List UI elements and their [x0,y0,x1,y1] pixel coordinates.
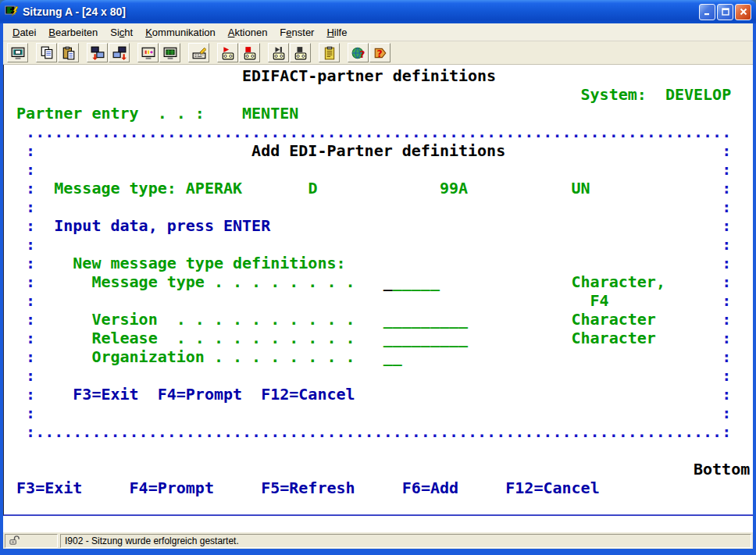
toolbar-clipboard-pad-button[interactable] [319,43,340,62]
terminal-text: Version . . . . . . . . . . [91,310,355,329]
terminal-text: : [26,310,35,329]
window-title: Sitzung A - [24 x 80] [23,5,699,18]
terminal-text: : [26,329,35,347]
terminal-text: Message type . . . . . . . . [91,272,355,291]
terminal-row: : New message type definitions: : [7,254,753,272]
terminal-text: : [26,160,35,179]
web-help-icon [351,46,366,60]
receive-file-icon [112,46,127,60]
macro-record-icon [221,46,235,60]
titlebar[interactable]: Sitzung A - [24 x 80] [0,0,756,23]
terminal-text: : [26,291,35,310]
maximize-icon [721,7,730,16]
toolbar [3,41,753,65]
terminal-text: : [722,235,731,254]
macro-play-icon [272,46,286,60]
terminal-row: : : [7,404,753,422]
terminal-input-field[interactable]: _________ [383,329,468,347]
client-gap [3,516,753,532]
terminal-row: : : [7,366,753,385]
terminal-text: : [26,197,35,216]
terminal-row: : Input data, press ENTER : [7,216,753,235]
minimize-button[interactable] [699,4,715,20]
toolbar-keyboard-remap-button[interactable] [188,43,209,62]
terminal-text: Organization . . . . . . . . [91,347,355,366]
terminal-text: New message type definitions: [73,254,345,272]
terminal-row: : Version . . . . . . . . . . _________ … [7,310,753,329]
toolbar-help-index-button[interactable] [369,43,390,62]
terminal-text: : [26,235,35,254]
terminal-row: : : [7,235,753,254]
terminal-text: ........................................… [35,422,722,441]
terminal-cursor[interactable]: _ [383,272,393,291]
terminal-row: Bottom [7,460,753,479]
toolbar-macro-stop-button[interactable] [290,43,311,62]
terminal-text: DEVELOP [665,85,731,104]
toolbar-display-grid-button[interactable] [159,43,180,62]
terminal-text: : [722,385,731,404]
toolbar-macro-play-button[interactable] [268,43,289,62]
terminal-row: : F3=Exit F4=Prompt F12=Cancel : [7,385,753,404]
macro-stop-icon [294,46,308,60]
terminal-text: : [722,160,731,179]
terminal-text: F3=Exit [16,479,82,497]
toolbar-macro-record-button[interactable] [217,43,238,62]
toolbar-copy-button[interactable] [36,43,57,62]
close-button[interactable] [735,4,751,20]
macro-record-stop-icon [243,46,257,60]
terminal-text: : [26,141,35,160]
menu-item-fenster[interactable]: Fenster [273,24,320,41]
terminal-input-field[interactable]: __ [383,347,402,366]
unlock-icon [9,535,20,546]
terminal-text: D [308,179,317,197]
terminal-text: F4=Prompt [130,479,214,497]
clipboard-pad-icon [323,46,337,60]
terminal-text: F5=Refresh [261,479,355,497]
terminal-text: : [26,404,35,422]
menu-item-kommunikation[interactable]: Kommunikation [139,24,222,41]
menu-item-bearbeiten[interactable]: Bearbeiten [42,24,104,41]
terminal-text: EDIFACT-partner definitions [242,66,496,85]
terminal-text: : [26,385,35,404]
connection-status-cell [5,534,58,548]
window-controls [699,4,751,20]
menu-item-hilfe[interactable]: Hilfe [320,24,353,41]
terminal-row: : Message type . . . . . . . . ______ Ch… [7,272,753,291]
terminal-text: : [722,141,731,160]
paste-icon [62,46,76,60]
display-grid-icon [163,46,177,60]
terminal-text: UN [572,179,590,197]
terminal-row [7,441,753,460]
terminal-text: ........................................… [26,123,731,141]
terminal-row: : Add EDI-Partner definitions : [7,141,753,160]
terminal-text: F12=Cancel [505,479,599,497]
toolbar-display-setup-button[interactable] [137,43,159,62]
toolbar-macro-record-stop-button[interactable] [239,43,260,62]
toolbar-paste-button[interactable] [58,43,79,62]
terminal-screen[interactable]: EDIFACT-partner definitions System: DEVE… [3,65,753,516]
terminal-text: APERAK [186,179,242,197]
terminal-text: Character [572,329,656,347]
terminal-text: : [26,216,35,235]
toolbar-receive-file-button[interactable] [109,43,130,62]
terminal-text: Character [572,310,656,329]
terminal-text: Character, [572,272,665,291]
terminal-text: : [26,179,35,197]
toolbar-web-help-button[interactable] [348,43,369,62]
terminal-row: : : [7,160,753,179]
minimize-icon [703,7,712,16]
terminal-row: EDIFACT-partner definitions [7,66,753,85]
menu-item-aktionen[interactable]: Aktionen [222,24,274,41]
terminal-text: : [722,422,731,441]
menu-item-datei[interactable]: Datei [6,24,42,41]
terminal-input-field[interactable]: _____ [393,272,440,291]
terminal-row: F3=Exit F4=Prompt F5=Refresh F6=Add F12=… [7,479,753,497]
maximize-button[interactable] [717,4,733,20]
toolbar-send-file-button[interactable] [87,43,108,62]
terminal-input-field[interactable]: _________ [383,310,468,329]
toolbar-session-screen-button[interactable] [7,43,28,62]
terminal-text: : [722,254,731,272]
terminal-row: :.......................................… [7,422,753,441]
terminal-text: Input data, press ENTER [54,216,270,235]
menu-item-sicht[interactable]: Sicht [104,24,139,41]
